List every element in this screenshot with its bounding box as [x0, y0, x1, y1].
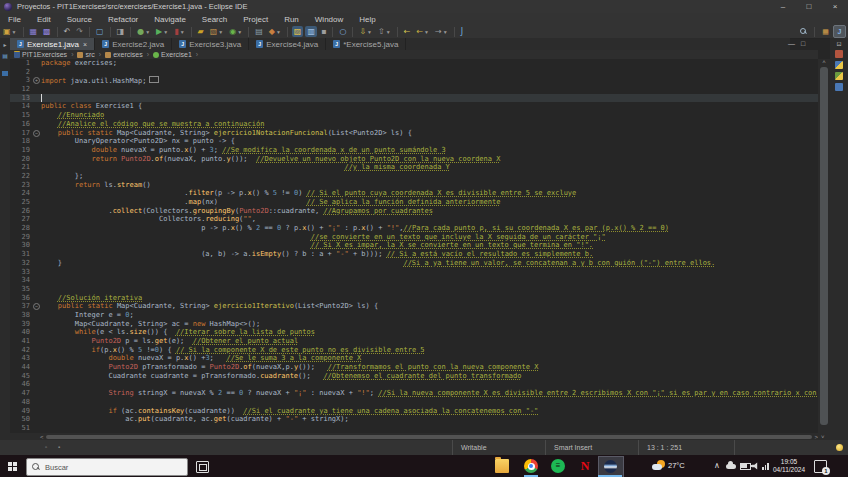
breadcrumb-item-src[interactable]: src [77, 51, 94, 58]
vertical-scrollbar-thumb[interactable] [820, 67, 828, 425]
network-icon[interactable] [762, 463, 769, 470]
scroll-left-icon[interactable]: < [40, 434, 44, 440]
debug-icon[interactable]: ●▼ [135, 26, 152, 37]
menu-item-file[interactable]: File [0, 15, 29, 24]
code-line-31[interactable]: 31 (a, b) -> a.isEmpty() ? b : a + "-" +… [10, 250, 818, 259]
format-icon[interactable]: ▥ [305, 26, 317, 37]
restore-view-icon[interactable]: ▸ [0, 41, 10, 48]
menu-item-run[interactable]: Run [276, 15, 307, 24]
code-editor[interactable]: 1package exercises;23+import java.util.H… [10, 59, 818, 433]
fold-collapse-icon[interactable]: − [33, 303, 40, 310]
code-line-44[interactable]: 44 Punto2D pTransformado = Punto2D.of(nu… [10, 363, 818, 372]
tab-exercise1java[interactable]: JExercise1.java× [10, 38, 95, 50]
status-trim-icon-2[interactable]: ▪ [58, 444, 60, 450]
code-line-32[interactable]: 32 } //Si a ya tiene un valor, se concat… [10, 259, 818, 268]
scroll-up-icon[interactable]: ˄ [822, 59, 826, 65]
minimized-view-tasks-icon[interactable] [835, 72, 843, 80]
code-line-26[interactable]: 26 .collect(Collectors.groupingBy(Punto2… [10, 207, 818, 216]
dropdown-caret-icon[interactable]: ▼ [180, 29, 185, 35]
spotify-icon[interactable]: ≡ [551, 459, 565, 473]
tab-exercise4java[interactable]: JExercise4.java [249, 38, 326, 50]
restore-views-icon[interactable]: ⊡ [830, 40, 848, 47]
menu-item-project[interactable]: Project [235, 15, 276, 24]
code-line-23[interactable]: 23 return ls.stream() [10, 181, 818, 190]
new-package-icon[interactable]: ▧▼ [208, 26, 226, 37]
code-line-21[interactable]: 21 //y la misma coordenada Y [10, 163, 818, 172]
prev-annotation-icon[interactable]: ⇧▼ [376, 26, 393, 37]
tab-exercise3java[interactable]: JExercise3.java [172, 38, 249, 50]
menu-item-edit[interactable]: Edit [29, 15, 59, 24]
open-perspective-icon[interactable]: ▦ [820, 26, 831, 37]
code-line-25[interactable]: 25 .map(nx) // Se aplica la función defi… [10, 198, 818, 207]
package-explorer-icon[interactable]: ▤ [0, 52, 10, 59]
horizontal-scrollbar[interactable]: < > [10, 433, 818, 440]
minimized-view-javadoc-icon[interactable] [835, 83, 843, 91]
onedrive-icon[interactable] [726, 464, 736, 469]
code-line-28[interactable]: 28 p -> p.x() % 2 == 0 ? p.x() + "¡" : p… [10, 224, 818, 233]
taskbar-search-input[interactable]: Buscar [26, 458, 188, 476]
start-button[interactable] [0, 455, 24, 477]
code-line-46[interactable]: 46 [10, 380, 818, 389]
code-line-45[interactable]: 45 Cuadrante cuadrante = pTransformado.c… [10, 372, 818, 381]
vertical-scrollbar[interactable]: ˄ ˅ [818, 59, 830, 440]
toggle-whitespace-icon[interactable]: ▪ [319, 26, 328, 37]
minimize-button[interactable]: – [770, 0, 796, 13]
new-class-icon[interactable]: ◉▼ [227, 26, 244, 37]
dropdown-caret-icon[interactable]: ▼ [12, 29, 17, 35]
minimized-view-outline-icon[interactable] [835, 61, 843, 69]
code-line-37[interactable]: 37− public static Map<Cuadrante, String>… [10, 302, 818, 311]
menu-item-help[interactable]: Help [351, 15, 383, 24]
dropdown-caret-icon[interactable]: ▼ [163, 29, 168, 35]
skip-breakpoints-icon[interactable]: ◨ [115, 26, 127, 37]
console-icon[interactable]: ▢ [94, 26, 106, 37]
breadcrumb-item-pit1exercises[interactable]: PIT1Exercises [14, 51, 67, 58]
code-line-41[interactable]: 41 Punto2D p = ls.get(e); //Obtener el p… [10, 337, 818, 346]
minimized-view-problems-icon[interactable] [835, 50, 843, 58]
code-line-47[interactable]: 47 String stringX = nuevaX % 2 == 0 ? nu… [10, 389, 818, 398]
next-annotation-icon[interactable]: ⇩▼ [357, 26, 374, 37]
code-line-13[interactable]: 13 [10, 94, 818, 103]
dropdown-caret-icon[interactable]: ▼ [237, 29, 242, 35]
coverage-icon[interactable]: ▮▼ [172, 26, 186, 37]
code-line-20[interactable]: 20 return Punto2D.of(nuevaX, punto.y());… [10, 155, 818, 164]
code-line-40[interactable]: 40 while(e < ls.size()) { //Iterar sobre… [10, 328, 818, 337]
code-line-14[interactable]: 14public class Exercise1 { [10, 102, 818, 111]
status-trim-icon-1[interactable]: ▫ [45, 444, 47, 450]
code-line-43[interactable]: 43 double nuevaX = p.x() +3; //Se le sum… [10, 354, 818, 363]
code-line-15[interactable]: 15 //Enunciado [10, 111, 818, 120]
dropdown-caret-icon[interactable]: ▼ [145, 29, 150, 35]
eclipse-taskbar-button[interactable] [598, 456, 624, 477]
breadcrumb-item-exercises[interactable]: exercises [105, 51, 143, 58]
menu-item-window[interactable]: Window [307, 15, 351, 24]
code-line-24[interactable]: 24 .filter(p -> p.x() % 5 != 0) // Si el… [10, 189, 818, 198]
menu-item-source[interactable]: Source [59, 15, 100, 24]
code-line-17[interactable]: 17− public static Map<Cuadrante, String>… [10, 129, 818, 138]
fold-collapse-icon[interactable]: − [33, 130, 40, 137]
dropdown-caret-icon[interactable]: ▼ [367, 29, 372, 35]
code-line-49[interactable]: 49 if (ac.containsKey(cuadrante)) //Si e… [10, 407, 818, 416]
undo-icon[interactable]: ↶ [62, 26, 73, 37]
open-search-icon[interactable]: ○ [337, 26, 348, 37]
code-line-1[interactable]: 1package exercises; [10, 59, 818, 68]
volume-icon[interactable] [752, 462, 760, 470]
file-explorer-icon[interactable] [495, 459, 509, 473]
action-center-button[interactable]: 1 [814, 460, 827, 473]
code-line-18[interactable]: 18 UnaryOperator<Punto2D> nx = punto -> … [10, 137, 818, 146]
fold-expand-icon[interactable]: + [33, 77, 40, 84]
code-line-2[interactable]: 2 [10, 68, 818, 77]
code-line-51[interactable]: 51 [10, 424, 818, 433]
code-line-42[interactable]: 42 if(p.x() % 5 !=0) { // Si la componen… [10, 346, 818, 355]
code-line-50[interactable]: 50 ac.put(cuadrante, ac.get(cuadrante) +… [10, 415, 818, 424]
code-line-27[interactable]: 27 Collectors.reducing("", [10, 215, 818, 224]
code-line-34[interactable]: 34 [10, 276, 818, 285]
battery-icon[interactable] [740, 463, 751, 470]
code-line-30[interactable]: 30 // Si X es impar, la X se convierte e… [10, 241, 818, 250]
code-line-38[interactable]: 38 Integer e = 0; [10, 311, 818, 320]
dropdown-caret-icon[interactable]: ▼ [218, 29, 223, 35]
java-perspective-button[interactable]: J [833, 25, 846, 38]
code-line-36[interactable]: 36 //Solución iterativa [10, 294, 818, 303]
quick-access-search-icon[interactable] [800, 28, 807, 35]
external-tools-icon[interactable]: ◆▼ [267, 26, 283, 37]
forward-icon[interactable]: →▼ [433, 26, 450, 37]
weather-icon[interactable] [652, 460, 665, 472]
